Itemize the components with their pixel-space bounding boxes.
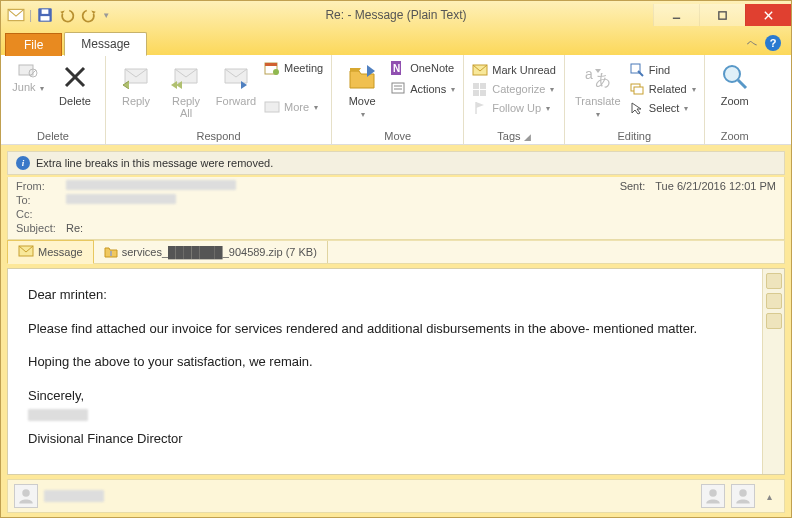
ribbon-group-delete: Junk ▾ Delete Delete [1, 55, 106, 144]
move-button[interactable]: Move▾ [338, 57, 386, 121]
onenote-button[interactable]: NOneNote [388, 59, 457, 77]
select-button[interactable]: Select▾ [627, 99, 698, 117]
info-bar[interactable]: i Extra line breaks in this message were… [7, 151, 785, 175]
mark-unread-button[interactable]: Mark Unread [470, 61, 558, 79]
categorize-button[interactable]: Categorize▾ [470, 80, 558, 98]
zoom-button[interactable]: Zoom [711, 57, 759, 107]
svg-rect-24 [480, 83, 486, 89]
find-button[interactable]: Find [627, 61, 698, 79]
svg-rect-2 [41, 16, 50, 21]
help-icon[interactable]: ? [765, 35, 781, 51]
zip-icon [104, 244, 118, 260]
junk-button[interactable]: Junk ▾ [7, 57, 49, 95]
svg-text:a: a [585, 66, 593, 82]
outlook-message-window: | ▼ Re: - Message (Plain Text) File Mess… [0, 0, 792, 518]
ribbon-group-zoom: Zoom Zoom [705, 55, 765, 144]
subject-value: Re: [66, 222, 776, 234]
sidetool-1[interactable] [766, 273, 782, 289]
cc-label: Cc: [16, 208, 66, 220]
message-body[interactable]: Dear mrinten: Please find attached our i… [8, 269, 762, 474]
to-label: To: [16, 194, 66, 206]
related-icon [629, 81, 645, 97]
reply-button[interactable]: Reply [112, 57, 160, 107]
forward-button[interactable]: Forward [212, 57, 260, 107]
follow-up-button[interactable]: Follow Up▾ [470, 99, 558, 117]
avatar-slot-1[interactable] [701, 484, 725, 508]
ribbon-tabs: File Message へ ? [1, 29, 791, 55]
svg-rect-19 [392, 83, 404, 93]
message-headers: From: Sent:Tue 6/21/2016 12:01 PM To: Cc… [7, 177, 785, 240]
svg-point-39 [739, 489, 747, 497]
svg-text:あ: あ [595, 71, 611, 88]
sender-name-redacted [44, 490, 104, 502]
close-button[interactable] [745, 4, 791, 26]
info-icon: i [16, 156, 30, 170]
body-p1: Please find attached our invoice for ser… [28, 319, 742, 339]
attachment-file[interactable]: services_███████_904589.zip (7 KB) [94, 241, 328, 263]
expand-people-pane-icon[interactable]: ▴ [761, 491, 778, 502]
window-controls [653, 4, 791, 26]
minimize-button[interactable] [653, 4, 699, 26]
svg-rect-14 [265, 63, 277, 66]
undo-icon[interactable] [58, 6, 76, 24]
body-greeting: Dear mrinten: [28, 285, 742, 305]
svg-point-38 [709, 489, 717, 497]
envelope-closed-icon [472, 62, 488, 78]
sidetool-3[interactable] [766, 313, 782, 329]
to-value [66, 194, 776, 206]
attachment-tab-message[interactable]: Message [7, 240, 94, 264]
sent-label: Sent: [620, 180, 646, 192]
tab-file[interactable]: File [5, 33, 62, 56]
svg-rect-16 [265, 102, 279, 112]
ribbon-group-respond: Reply Reply All Forward Meeting More▾ Re… [106, 55, 332, 144]
svg-line-34 [738, 80, 746, 88]
from-value [66, 180, 620, 192]
maximize-button[interactable] [699, 4, 745, 26]
qat-dropdown-icon[interactable]: ▼ [102, 11, 110, 20]
avatar-slot-2[interactable] [731, 484, 755, 508]
body-p2: Hoping the above to your satisfaction, w… [28, 352, 742, 372]
translate-button[interactable]: aあ Translate▾ [571, 57, 625, 121]
sidetool-2[interactable] [766, 293, 782, 309]
from-label: From: [16, 180, 66, 192]
ribbon-group-move: Move▾ NOneNote Actions▾ Move [332, 55, 464, 144]
svg-point-15 [273, 69, 279, 75]
body-sender-redacted [28, 407, 742, 427]
side-tools [762, 269, 784, 474]
save-icon[interactable] [36, 6, 54, 24]
related-button[interactable]: Related▾ [627, 80, 698, 98]
svg-point-37 [22, 489, 30, 497]
calendar-icon [264, 60, 280, 76]
tab-message[interactable]: Message [64, 32, 147, 56]
actions-button[interactable]: Actions▾ [388, 80, 457, 98]
delete-button[interactable]: Delete [51, 57, 99, 107]
svg-rect-26 [480, 90, 486, 96]
meeting-button[interactable]: Meeting [262, 59, 325, 77]
sent-value: Tue 6/21/2016 12:01 PM [655, 180, 776, 192]
ribbon: Junk ▾ Delete Delete Reply Reply All [1, 55, 791, 145]
reply-all-button[interactable]: Reply All [162, 57, 210, 119]
more-button[interactable]: More▾ [262, 98, 325, 116]
quick-access-toolbar: | ▼ [1, 6, 116, 24]
envelope-icon[interactable] [7, 6, 25, 24]
redo-icon[interactable] [80, 6, 98, 24]
body-title: Divisional Finance Director [28, 429, 742, 449]
svg-rect-3 [42, 9, 49, 14]
onenote-icon: N [390, 60, 406, 76]
ribbon-group-tags: Mark Unread Categorize▾ Follow Up▾ Tags … [464, 55, 565, 144]
svg-rect-36 [110, 251, 112, 256]
more-icon [264, 99, 280, 115]
title-bar: | ▼ Re: - Message (Plain Text) [1, 1, 791, 29]
flag-icon [472, 100, 488, 116]
svg-rect-32 [634, 87, 643, 94]
svg-rect-5 [719, 11, 726, 18]
actions-icon [390, 81, 406, 97]
collapse-ribbon-icon[interactable]: へ [747, 36, 757, 50]
info-text: Extra line breaks in this message were r… [36, 157, 273, 169]
svg-text:N: N [393, 63, 400, 74]
svg-rect-25 [473, 90, 479, 96]
svg-rect-23 [473, 83, 479, 89]
body-signoff: Sincerely, [28, 386, 742, 406]
avatar-sender[interactable] [14, 484, 38, 508]
message-body-area: Dear mrinten: Please find attached our i… [7, 268, 785, 475]
